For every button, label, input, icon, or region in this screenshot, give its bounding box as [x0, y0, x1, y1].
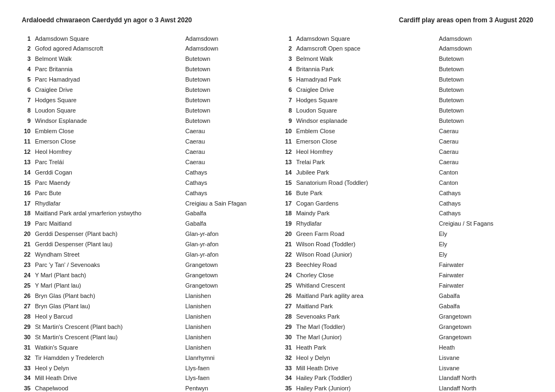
item-place: Bryn Glas (Plant lau)	[33, 301, 183, 312]
item-place: Craiglee Drive	[33, 85, 183, 96]
item-place: Rhydlafar	[294, 219, 436, 229]
item-number: 22	[22, 250, 33, 260]
item-area: Cathays	[437, 188, 534, 198]
list-item: 27 Maitland Park Gabalfa	[283, 301, 533, 312]
item-area: Cathays	[437, 198, 534, 209]
list-item: 11 Emerson Close Caerau	[22, 136, 272, 147]
item-place: Gerddi Despenser (Plant lau)	[33, 240, 183, 250]
item-place: Loudon Square	[294, 106, 436, 116]
item-number: 4	[22, 65, 33, 75]
item-area: Ely	[437, 229, 534, 240]
item-place: Emerson Close	[33, 136, 183, 147]
list-item: 32 Heol y Delyn Lisvane	[283, 353, 533, 363]
list-item: 19 Rhydlafar Creigiau / St Fagans	[283, 219, 533, 229]
item-place: Heol y Delyn	[294, 353, 436, 363]
list-item: 24 Y Marl (Plant bach) Grangetown	[22, 271, 272, 281]
list-item: 18 Maitland Park ardal ymarferion ystwyt…	[22, 209, 272, 219]
item-area: Caerau	[437, 126, 534, 136]
item-area: Grangetown	[183, 271, 273, 281]
list-item: 7 Hodges Square Butetown	[283, 96, 533, 106]
item-area: Llanishen	[183, 291, 273, 301]
item-number: 7	[22, 96, 33, 106]
item-place: Gofod agored Adamscroft	[33, 44, 183, 54]
list-item: 5 Parc Hamadryad Butetown	[22, 75, 272, 85]
list-item: 9 Windsor Esplanade Butetown	[22, 116, 272, 127]
item-area: Grangetown	[437, 322, 534, 332]
item-area: Adamsdown	[437, 44, 534, 54]
item-area: Glan-yr-afon	[183, 240, 273, 250]
item-number: 21	[22, 240, 33, 250]
item-number: 9	[283, 116, 294, 127]
list-item: 15 Parc Maendy Cathays	[22, 178, 272, 188]
item-area: Caerau	[183, 126, 273, 136]
item-place: Y Marl (Plant bach)	[33, 271, 183, 281]
item-number: 12	[283, 147, 294, 157]
left-list: 1 Adamsdown Square Adamsdown 2 Gofod ago…	[22, 34, 272, 392]
item-place: Wilson Road (Junior)	[294, 250, 436, 260]
item-area: Caerau	[183, 147, 273, 157]
item-number: 27	[22, 301, 33, 312]
list-item: 29 St Martin's Crescent (Plant bach) Lla…	[22, 322, 272, 332]
item-area: Llanishen	[183, 322, 273, 332]
item-place: Craiglee Drive	[294, 85, 436, 96]
item-area: Caerau	[437, 157, 534, 167]
list-item: 28 Heol y Barcud Llanishen	[22, 312, 272, 322]
item-area: Grangetown	[183, 260, 273, 271]
item-place: Maitland Park ardal ymarferion ystwytho	[33, 209, 183, 219]
item-place: Parc Hamadryad	[33, 75, 183, 85]
item-area: Grangetown	[437, 312, 534, 322]
item-number: 24	[283, 271, 294, 281]
item-area: Creigiau / St Fagans	[437, 219, 534, 229]
list-item: 25 Whitland Crescent Fairwater	[283, 281, 533, 291]
item-area: Llanishen	[183, 301, 273, 312]
item-number: 5	[22, 75, 33, 85]
list-item: 17 Rhydlafar Creigiau a Sain Ffagan	[22, 198, 272, 209]
list-item: 16 Parc Bute Cathays	[22, 188, 272, 198]
list-item: 17 Cogan Gardens Cathays	[283, 198, 533, 209]
list-item: 21 Wilson Road (Toddler) Ely	[283, 240, 533, 250]
list-item: 2 Gofod agored Adamscroft Adamsdown	[22, 44, 272, 54]
item-area: Butetown	[437, 65, 534, 75]
list-item: 26 Maitland Park agility area Gabalfa	[283, 291, 533, 301]
item-place: Mill Heath Drive	[294, 363, 436, 374]
item-area: Butetown	[437, 75, 534, 85]
item-area: Butetown	[183, 116, 273, 127]
item-area: Caerau	[437, 136, 534, 147]
item-place: Heol Homfrey	[294, 147, 436, 157]
item-area: Fairwater	[437, 271, 534, 281]
item-number: 27	[283, 301, 294, 312]
item-place: St Martin's Crescent (Plant lau)	[33, 332, 183, 343]
item-place: Parc Maendy	[33, 178, 183, 188]
item-area: Caerau	[183, 136, 273, 147]
item-place: Heol y Barcud	[33, 312, 183, 322]
item-place: Sanatorium Road (Toddler)	[294, 178, 436, 188]
item-place: Parc Maitland	[33, 219, 183, 229]
item-area: Butetown	[183, 54, 273, 65]
item-area: Llanrhymni	[183, 353, 273, 363]
item-number: 23	[22, 260, 33, 271]
item-area: Fairwater	[437, 281, 534, 291]
list-item: 31 Watkin's Square Llanishen	[22, 343, 272, 353]
item-area: Llys-faen	[183, 363, 273, 374]
item-place: Y Marl (Plant lau)	[33, 281, 183, 291]
item-place: Hailey Park (Juniorr)	[294, 384, 436, 392]
item-area: Heath	[437, 343, 534, 353]
item-place: Heol y Delyn	[33, 363, 183, 374]
list-item: 32 Tir Hamdden y Tredelerch Llanrhymni	[22, 353, 272, 363]
item-area: Cathays	[183, 178, 273, 188]
item-area: Butetown	[437, 85, 534, 96]
item-number: 29	[283, 322, 294, 332]
item-number: 25	[283, 281, 294, 291]
item-place: Maindy Park	[294, 209, 436, 219]
list-item: 22 Wyndham Street Glan-yr-afon	[22, 250, 272, 260]
item-place: Wyndham Street	[33, 250, 183, 260]
list-item: 15 Sanatorium Road (Toddler) Canton	[283, 178, 533, 188]
list-item: 1 Adamsdown Square Adamsdown	[22, 34, 272, 44]
item-area: Llandaff North	[437, 374, 534, 384]
item-area: Llys-faen	[183, 374, 273, 384]
item-place: Hamadryad Park	[294, 75, 436, 85]
item-place: Hodges Square	[33, 96, 183, 106]
list-item: 31 Heath Park Heath	[283, 343, 533, 353]
item-place: Parc Britannia	[33, 65, 183, 75]
left-column: 1 Adamsdown Square Adamsdown 2 Gofod ago…	[22, 34, 272, 392]
